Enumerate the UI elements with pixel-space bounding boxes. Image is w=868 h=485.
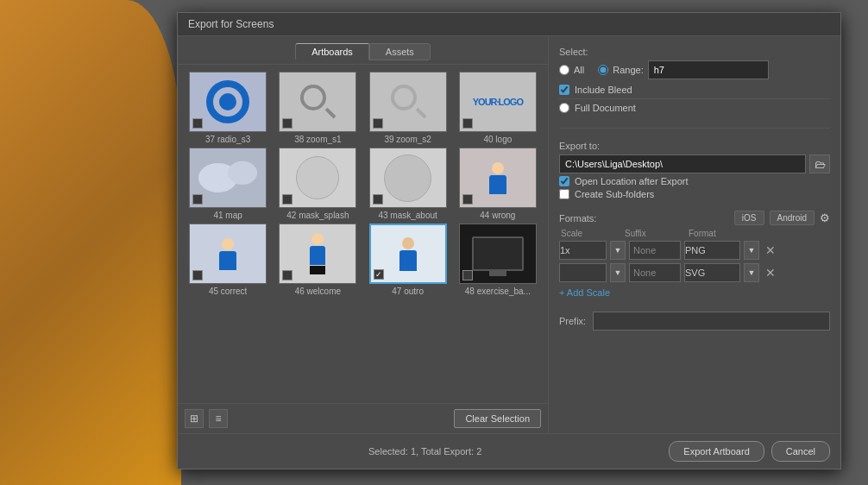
artboard-checkbox[interactable] [462, 270, 473, 280]
figure-outro [399, 237, 417, 271]
all-radio[interactable] [559, 65, 569, 75]
list-item[interactable]: 48 exercise_ba... [455, 224, 541, 296]
scale-select-2[interactable]: 1x 2x [559, 263, 607, 282]
figure-legs [310, 266, 325, 274]
artboard-label: 45 correct [209, 287, 247, 296]
artboard-checkbox[interactable] [462, 194, 473, 205]
full-document-row: Full Document [559, 103, 830, 113]
cancel-button[interactable]: Cancel [771, 441, 830, 462]
format-select-1[interactable]: PNG JPG SVG PDF [684, 241, 740, 260]
artboard-checkbox[interactable] [282, 118, 292, 129]
artboard-thumb [189, 224, 267, 284]
include-bleed-checkbox[interactable] [559, 85, 569, 95]
tab-assets[interactable]: Assets [369, 43, 431, 60]
export-to-section: Export to: 🗁 Open Location after Export … [559, 141, 830, 202]
artboard-label: 44 wrong [480, 211, 515, 220]
suffix-input-1[interactable] [629, 241, 681, 260]
export-to-label: Export to: [559, 141, 830, 151]
formats-header: Formats: iOS Android ⚙ [559, 211, 830, 225]
range-input[interactable] [648, 60, 769, 79]
suffix-input-2[interactable] [629, 263, 681, 282]
select-label: Select: [559, 47, 830, 57]
monitor-stand [489, 271, 506, 276]
artboard-checkbox[interactable] [282, 194, 292, 205]
radio-group: All Range: [559, 60, 830, 79]
artboard-checkbox[interactable] [462, 118, 473, 129]
dialog-body: Artboards Assets 37 radio_s3 [178, 36, 840, 433]
open-after-export-row: Open Location after Export [559, 176, 830, 186]
artboard-checkbox[interactable] [373, 194, 383, 205]
prefix-label: Prefix: [559, 316, 586, 326]
figure-body [219, 251, 236, 270]
list-item[interactable]: 42 mask_splash [274, 148, 361, 220]
zoom-circle [300, 85, 326, 110]
prefix-row: Prefix: [559, 312, 830, 331]
artboard-label: 47 outro [392, 287, 424, 296]
ios-button[interactable]: iOS [734, 211, 764, 225]
figure-head [222, 238, 234, 250]
list-item[interactable]: 37 radio_s3 [185, 72, 271, 144]
artboard-thumb [459, 224, 537, 284]
gear-button[interactable]: ⚙ [820, 211, 830, 224]
artboard-label: 43 mask_about [378, 211, 437, 220]
monitor-icon [472, 236, 524, 271]
format-arrow-2[interactable]: ▼ [744, 263, 759, 282]
list-view-button[interactable]: ≡ [209, 409, 228, 428]
remove-format-2[interactable]: ✕ [763, 265, 778, 280]
full-document-radio[interactable] [559, 103, 569, 113]
artboard-label: 46 welcome [295, 287, 341, 296]
format-row-1: 1x 2x 3x ▼ PNG JPG SVG PDF ▼ ✕ [559, 241, 830, 260]
range-radio[interactable] [598, 65, 608, 75]
range-label: Range: [613, 65, 643, 75]
tab-artboards[interactable]: Artboards [295, 43, 369, 60]
artboard-checkbox[interactable] [192, 118, 203, 129]
artboard-checkbox[interactable] [192, 194, 203, 205]
artboard-checkbox[interactable] [373, 118, 383, 129]
open-after-export-checkbox[interactable] [559, 176, 569, 186]
character-bg [0, 0, 181, 485]
export-artboard-button[interactable]: Export Artboard [669, 441, 764, 462]
list-item[interactable]: 43 mask_about [365, 148, 451, 220]
artboard-label: 37 radio_s3 [205, 135, 250, 144]
list-item[interactable]: YOUR·LOGO 40 logo [455, 72, 541, 144]
artboard-label: 48 exercise_ba... [465, 287, 531, 296]
prefix-input[interactable] [593, 312, 830, 331]
artboard-checkbox-checked[interactable] [374, 269, 384, 280]
list-item[interactable]: 44 wrong [455, 148, 541, 220]
format-select-2[interactable]: SVG PNG JPG PDF [684, 263, 740, 282]
radio-icon [206, 80, 249, 123]
list-item[interactable]: 41 map [185, 148, 271, 220]
clear-selection-button[interactable]: Clear Selection [454, 409, 541, 428]
scale-arrow-1[interactable]: ▼ [610, 241, 626, 260]
open-after-export-label: Open Location after Export [575, 176, 688, 186]
bottom-toolbar: ⊞ ≡ Clear Selection [178, 403, 548, 433]
artboard-thumb [459, 148, 537, 208]
artboard-label: 39 zoom_s2 [384, 135, 431, 144]
create-subfolders-checkbox[interactable] [559, 189, 569, 199]
export-path-input[interactable] [559, 154, 806, 173]
add-scale-button[interactable]: + Add Scale [559, 286, 610, 299]
divider-2 [559, 128, 830, 129]
list-item[interactable]: 45 correct [185, 224, 271, 296]
scale-arrow-2[interactable]: ▼ [610, 263, 626, 282]
status-text: Selected: 1, Total Export: 2 [188, 446, 662, 457]
scale-select-1[interactable]: 1x 2x 3x [559, 241, 607, 260]
artboard-checkbox[interactable] [192, 270, 203, 280]
grid-view-button[interactable]: ⊞ [185, 409, 204, 428]
list-item[interactable]: 38 zoom_s1 [274, 72, 361, 144]
zoom-handle [325, 108, 337, 119]
artboard-label: 40 logo [483, 135, 512, 144]
figure-head [311, 233, 324, 245]
artboard-checkbox[interactable] [282, 270, 292, 280]
range-radio-row: Range: [598, 60, 768, 79]
remove-format-1[interactable]: ✕ [763, 243, 778, 258]
dialog-footer: Selected: 1, Total Export: 2 Export Artb… [178, 433, 840, 469]
android-button[interactable]: Android [770, 211, 815, 225]
list-item[interactable]: 39 zoom_s2 [365, 72, 451, 144]
list-item[interactable]: 46 welcome [274, 224, 361, 296]
list-item[interactable]: 47 outro [365, 224, 451, 296]
format-arrow-1[interactable]: ▼ [744, 241, 759, 260]
include-bleed-label: Include Bleed [575, 85, 632, 95]
artboard-thumb [279, 72, 356, 132]
folder-button[interactable]: 🗁 [809, 154, 830, 173]
